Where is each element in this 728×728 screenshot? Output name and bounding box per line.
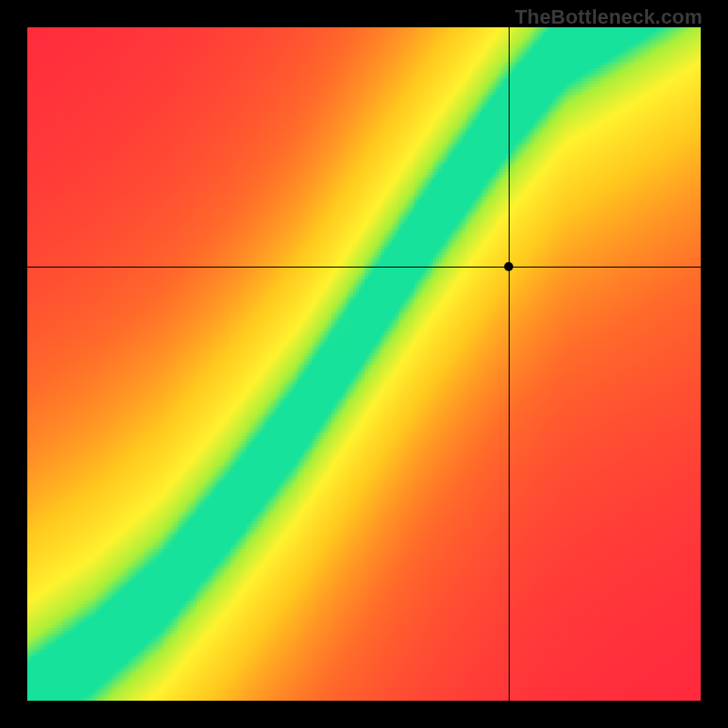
crosshair-horizontal <box>27 267 701 268</box>
crosshair-vertical <box>509 27 510 701</box>
watermark-text: TheBottleneck.com <box>515 5 703 29</box>
plot-area <box>27 27 701 701</box>
chart-frame: TheBottleneck.com <box>0 0 728 728</box>
heatmap-canvas <box>27 27 701 701</box>
data-point-marker <box>504 262 513 271</box>
